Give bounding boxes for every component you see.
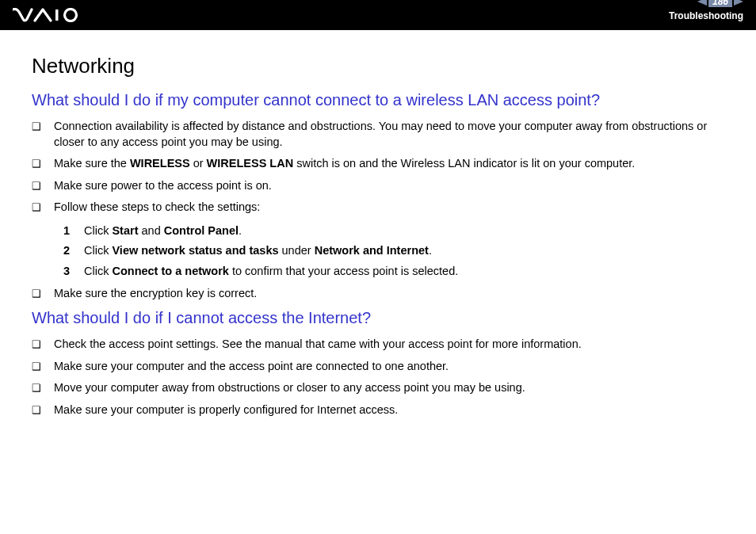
bullet-icon: ❑: [32, 380, 54, 395]
question-2-title: What should I do if I cannot access the …: [32, 309, 724, 327]
bullet-icon: ❑: [32, 337, 54, 352]
list-item: ❑ Make sure your computer and the access…: [32, 359, 724, 375]
step-text: Click View network status and tasks unde…: [84, 243, 724, 259]
svg-rect-0: [55, 10, 59, 21]
list-item: ❑ Make sure the encryption key is correc…: [32, 286, 724, 302]
section-label: Troubleshooting: [669, 10, 743, 21]
bullet-icon: ❑: [32, 178, 54, 193]
bullet-icon: ❑: [32, 200, 54, 215]
page-number: 186: [708, 0, 732, 7]
page-nav: 186: [697, 0, 743, 7]
list-item: ❑ Make sure power to the access point is…: [32, 178, 724, 194]
page-content: Networking What should I do if my comput…: [0, 30, 756, 441]
bullet-text: Follow these steps to check the settings…: [54, 200, 724, 216]
step-number: 3: [63, 264, 84, 280]
page-title: Networking: [32, 54, 724, 78]
q1-bullets-after: ❑ Make sure the encryption key is correc…: [32, 286, 724, 302]
bullet-text: Connection availability is affected by d…: [54, 119, 724, 150]
list-item: ❑ Make sure the WIRELESS or WIRELESS LAN…: [32, 156, 724, 172]
list-item: 3 Click Connect to a network to confirm …: [63, 264, 724, 280]
bullet-text: Check the access point settings. See the…: [54, 337, 724, 353]
bullet-icon: ❑: [32, 119, 54, 134]
bullet-icon: ❑: [32, 286, 54, 301]
list-item: ❑ Follow these steps to check the settin…: [32, 200, 724, 216]
step-text: Click Start and Control Panel.: [84, 223, 724, 239]
bullet-icon: ❑: [32, 156, 54, 171]
bullet-text: Make sure power to the access point is o…: [54, 178, 724, 194]
bullet-icon: ❑: [32, 402, 54, 418]
vaio-logo: [13, 8, 88, 22]
svg-point-1: [65, 10, 77, 21]
list-item: ❑ Move your computer away from obstructi…: [32, 380, 724, 396]
q1-bullets: ❑ Connection availability is affected by…: [32, 119, 724, 216]
list-item: 2 Click View network status and tasks un…: [63, 243, 724, 259]
list-item: 1 Click Start and Control Panel.: [63, 223, 724, 239]
header-bar: 186 Troubleshooting: [0, 0, 756, 30]
bullet-text: Make sure the WIRELESS or WIRELESS LAN s…: [54, 156, 724, 172]
bullet-text: Make sure your computer and the access p…: [54, 359, 724, 375]
step-number: 2: [63, 243, 84, 259]
list-item: ❑ Check the access point settings. See t…: [32, 337, 724, 353]
bullet-text: Make sure the encryption key is correct.: [54, 286, 724, 302]
bullet-text: Make sure your computer is properly conf…: [54, 402, 724, 418]
list-item: ❑ Connection availability is affected by…: [32, 119, 724, 150]
q2-bullets: ❑ Check the access point settings. See t…: [32, 337, 724, 418]
step-number: 1: [63, 223, 84, 239]
question-1-title: What should I do if my computer cannot c…: [32, 91, 724, 109]
bullet-icon: ❑: [32, 359, 54, 374]
step-text: Click Connect to a network to confirm th…: [84, 264, 724, 280]
bullet-text: Move your computer away from obstruction…: [54, 380, 724, 396]
next-page-arrow-icon[interactable]: [734, 0, 743, 6]
q1-steps: 1 Click Start and Control Panel. 2 Click…: [63, 223, 724, 280]
prev-page-arrow-icon[interactable]: [697, 0, 707, 6]
list-item: ❑ Make sure your computer is properly co…: [32, 402, 724, 418]
header-right: 186 Troubleshooting: [669, 9, 743, 21]
